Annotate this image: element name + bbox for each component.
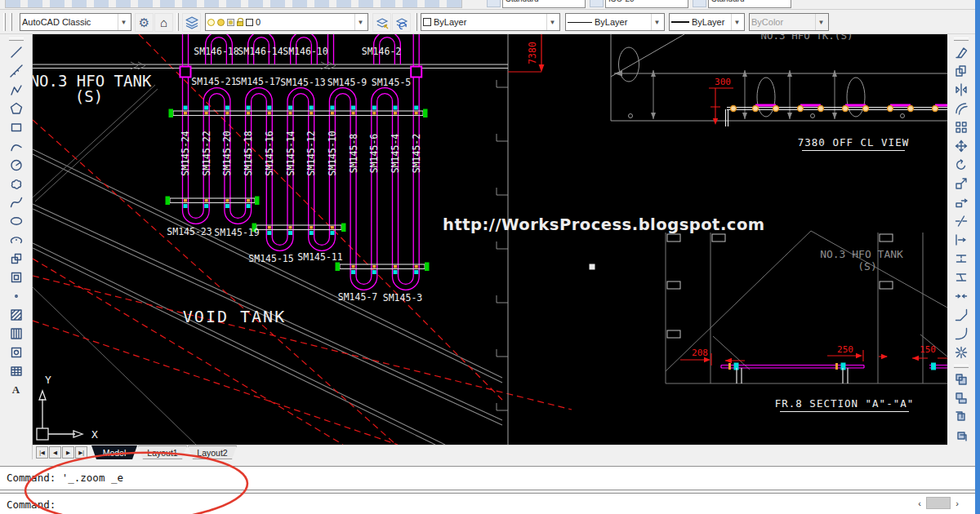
svg-text:300: 300 bbox=[715, 77, 731, 87]
copy-icon[interactable] bbox=[951, 62, 970, 80]
trim-icon[interactable] bbox=[951, 212, 970, 230]
insert-block-icon[interactable] bbox=[7, 250, 25, 268]
toolbar-grip[interactable] bbox=[954, 365, 969, 368]
last-tab-icon: ▶| bbox=[78, 450, 84, 456]
break-icon[interactable] bbox=[951, 268, 970, 286]
arc-icon[interactable] bbox=[7, 137, 25, 155]
ellipse-icon[interactable] bbox=[7, 212, 25, 230]
mtext-icon[interactable]: A bbox=[7, 381, 25, 399]
revcloud-icon[interactable] bbox=[7, 175, 25, 193]
prev-tab-button[interactable]: ◀ bbox=[49, 446, 61, 459]
toolbar-grip[interactable] bbox=[954, 38, 969, 41]
my-workspace-button[interactable]: ⌂ bbox=[154, 13, 173, 32]
point-icon[interactable] bbox=[7, 287, 25, 305]
table-icon[interactable] bbox=[7, 362, 25, 380]
spline-icon[interactable] bbox=[7, 193, 25, 211]
tab-model[interactable]: Model bbox=[91, 445, 137, 459]
lineweight-combo[interactable]: ByLayer ▼ bbox=[669, 13, 745, 31]
dim-style-icon[interactable] bbox=[590, 0, 604, 7]
fillet-icon[interactable] bbox=[951, 325, 970, 343]
make-object-layer-current-button[interactable] bbox=[372, 13, 391, 32]
layer-properties-button[interactable] bbox=[182, 13, 201, 32]
bring-to-front-icon[interactable] bbox=[951, 370, 970, 388]
standard-toolbar-icons[interactable] bbox=[5, 0, 462, 8]
chevron-down-icon: ▼ bbox=[731, 14, 742, 30]
scale-icon[interactable] bbox=[951, 175, 970, 193]
linetype-combo[interactable]: ByLayer ▼ bbox=[565, 13, 665, 31]
toolbar-grip[interactable] bbox=[9, 38, 24, 41]
rectangle-icon[interactable] bbox=[7, 118, 25, 136]
chamfer-icon[interactable] bbox=[951, 306, 970, 324]
layer-vp-freeze-icon bbox=[227, 19, 234, 26]
color-swatch bbox=[423, 18, 431, 26]
sm146-labels: SM146-18 SM146-14 SM146-10 SM146-2 bbox=[194, 46, 401, 57]
extend-icon[interactable] bbox=[951, 231, 970, 249]
break-at-point-icon[interactable] bbox=[951, 250, 970, 268]
scroll-left-icon[interactable]: ‹ bbox=[913, 498, 926, 508]
svg-text:SM145-4: SM145-4 bbox=[390, 134, 401, 174]
toolbar-grip[interactable] bbox=[3, 13, 6, 31]
table-style-combo[interactable]: Standard▼ bbox=[708, 0, 791, 8]
svg-text:SM145-10: SM145-10 bbox=[327, 131, 338, 175]
command-history[interactable]: Command: '_.zoom _e bbox=[0, 466, 980, 490]
stretch-icon[interactable] bbox=[951, 193, 970, 211]
rotate-icon[interactable] bbox=[951, 156, 970, 174]
layer-combo[interactable]: 0 ▼ bbox=[205, 13, 368, 31]
layer-on-bulb-icon bbox=[207, 19, 215, 26]
gear-icon: ⚙ bbox=[139, 16, 149, 30]
scrollbar-thumb[interactable] bbox=[926, 497, 951, 509]
offset-icon[interactable] bbox=[951, 100, 970, 117]
svg-text:150: 150 bbox=[920, 344, 936, 355]
ellipse-arc-icon[interactable] bbox=[7, 231, 25, 249]
hatch-icon[interactable] bbox=[7, 306, 25, 324]
mirror-icon[interactable] bbox=[951, 81, 970, 99]
region-icon[interactable] bbox=[7, 343, 25, 361]
workspace-combo[interactable]: AutoCAD Classic ▼ bbox=[20, 13, 131, 31]
command-scrollbar[interactable]: ‹ › bbox=[913, 496, 970, 510]
join-icon[interactable] bbox=[951, 287, 970, 305]
offset-view-title: 7380 OFF CL VIEW bbox=[798, 136, 909, 151]
tab-layout2[interactable]: Layout2 bbox=[188, 445, 237, 459]
linetype-value: ByLayer bbox=[595, 17, 627, 27]
toolbar-grip[interactable] bbox=[176, 13, 179, 31]
explode-icon[interactable] bbox=[951, 343, 970, 361]
erase-icon[interactable] bbox=[951, 43, 970, 61]
command-input[interactable]: Command: bbox=[0, 493, 980, 514]
svg-text:X: X bbox=[91, 428, 98, 441]
dim-style-combo[interactable]: ISO-25▼ bbox=[605, 0, 688, 8]
table-style-icon[interactable] bbox=[693, 0, 706, 7]
color-combo[interactable]: ByLayer ▼ bbox=[421, 13, 560, 31]
make-block-icon[interactable] bbox=[7, 268, 25, 286]
svg-text:SM145-20: SM145-20 bbox=[221, 131, 233, 175]
array-icon[interactable] bbox=[951, 118, 970, 136]
line-icon[interactable] bbox=[7, 43, 25, 61]
tab-layout1[interactable]: Layout1 bbox=[138, 445, 187, 459]
layer-lock-icon bbox=[237, 21, 243, 26]
send-under-objects-icon[interactable] bbox=[951, 427, 970, 445]
next-tab-button[interactable]: ▶ bbox=[62, 446, 74, 459]
construction-line-icon[interactable] bbox=[7, 62, 25, 80]
chevron-down-icon: ▼ bbox=[651, 14, 662, 30]
circle-icon[interactable] bbox=[7, 156, 25, 174]
first-tab-button[interactable]: |◀ bbox=[36, 446, 48, 459]
text-style-icon[interactable] bbox=[487, 0, 501, 7]
lineweight-sample bbox=[671, 21, 689, 23]
layer-previous-button[interactable] bbox=[392, 13, 411, 32]
drawing-canvas[interactable]: 7380 NO.3 HFO TANK (S) VOID TANK SM146-1… bbox=[33, 34, 947, 445]
send-to-back-icon[interactable] bbox=[951, 389, 970, 407]
gradient-icon[interactable] bbox=[7, 325, 25, 343]
polygon-icon[interactable] bbox=[7, 100, 25, 117]
move-icon[interactable] bbox=[951, 137, 970, 155]
section-tank-label-line1: NO.3 HFO TANK bbox=[820, 248, 903, 260]
workspace-settings-button[interactable]: ⚙ bbox=[135, 13, 154, 32]
last-tab-button[interactable]: ▶| bbox=[75, 446, 87, 459]
toolbar-grip[interactable] bbox=[10, 13, 12, 31]
text-style-combo[interactable]: Standard▼ bbox=[502, 0, 586, 8]
toolbar-grip[interactable] bbox=[415, 13, 417, 31]
bring-above-objects-icon[interactable] bbox=[951, 408, 970, 426]
scroll-right-icon[interactable]: › bbox=[951, 498, 964, 508]
layer-freeze-sun-icon bbox=[217, 19, 225, 26]
house-icon: ⌂ bbox=[160, 16, 167, 29]
polyline-icon[interactable] bbox=[7, 81, 25, 99]
sm145-column-labels: SM145-24 SM145-22 SM145-20 SM145-18 SM14… bbox=[180, 131, 422, 175]
